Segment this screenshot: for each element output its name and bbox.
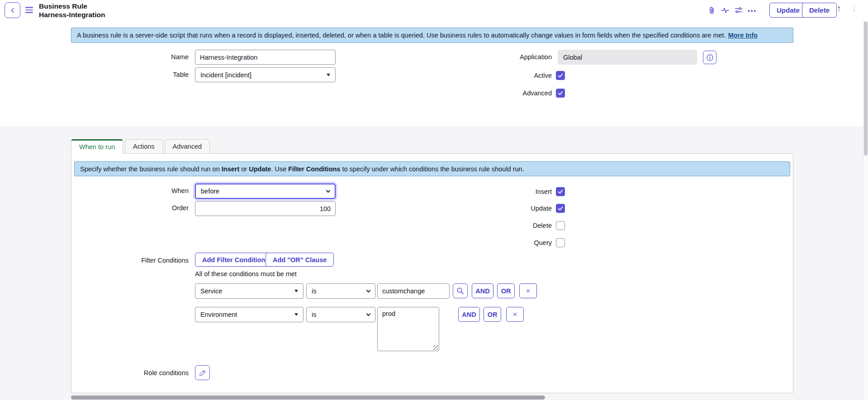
business-rule-info-banner: A business rule is a server-side script … xyxy=(71,28,793,43)
active-checkbox[interactable] xyxy=(556,71,565,80)
next-record-icon[interactable]: ↓ xyxy=(852,4,857,14)
form-tabs: When to run Actions Advanced xyxy=(71,139,212,154)
condition-field-select[interactable]: Environment xyxy=(195,307,304,322)
business-rule-form: Business Rule Harness-Integration ••• Up… xyxy=(0,0,868,400)
chevron-left-icon xyxy=(9,7,16,14)
table-select-value: Incident [incident] xyxy=(200,71,251,79)
advanced-checkbox[interactable] xyxy=(556,89,565,98)
advanced-label: Advanced xyxy=(434,89,552,97)
condition-row: Service is AND OR × xyxy=(0,283,868,299)
condition-value-input[interactable] xyxy=(377,283,450,299)
and-button[interactable]: AND xyxy=(472,283,493,298)
header-toolbar: ••• xyxy=(705,4,759,17)
attachment-icon[interactable] xyxy=(705,4,718,17)
condition-field-value: Environment xyxy=(200,311,237,318)
remove-condition-button[interactable]: × xyxy=(519,283,537,298)
insert-checkbox[interactable] xyxy=(556,187,565,196)
more-info-link[interactable]: More Info xyxy=(728,32,758,39)
info-icon xyxy=(706,54,714,61)
page-title: Business Rule Harness-Integration xyxy=(39,2,105,19)
filter-conditions-label: Filter Conditions xyxy=(71,257,189,264)
tab-actions[interactable]: Actions xyxy=(125,139,163,154)
active-label: Active xyxy=(434,72,552,79)
delete-button[interactable]: Delete xyxy=(802,3,837,18)
activity-stream-icon[interactable] xyxy=(718,4,732,17)
condition-field-select[interactable]: Service xyxy=(195,283,304,299)
dropdown-arrow-icon xyxy=(294,290,298,292)
chevron-down-icon xyxy=(366,288,371,292)
dropdown-arrow-icon xyxy=(327,74,330,76)
or-button[interactable]: OR xyxy=(484,307,501,322)
application-field: Global xyxy=(558,50,697,65)
vertical-scrollbar-thumb[interactable] xyxy=(864,16,868,155)
instruction-text: Specify whether the business rule should… xyxy=(80,165,524,173)
tab-when-to-run[interactable]: When to run xyxy=(71,139,123,154)
and-button[interactable]: AND xyxy=(458,307,480,322)
context-menu-icon[interactable] xyxy=(25,7,33,13)
query-label: Query xyxy=(434,239,552,246)
delete-label: Delete xyxy=(434,222,552,229)
condition-operator-select[interactable]: is xyxy=(306,307,375,322)
update-label: Update xyxy=(434,205,552,212)
insert-label: Insert xyxy=(434,188,552,195)
tab-advanced[interactable]: Advanced xyxy=(165,139,210,154)
table-select[interactable]: Incident [incident] xyxy=(195,67,336,82)
back-button[interactable] xyxy=(5,2,20,18)
table-label: Table xyxy=(71,71,189,78)
personalize-form-icon[interactable] xyxy=(732,4,745,17)
form-header: Business Rule Harness-Integration ••• Up… xyxy=(0,0,868,22)
remove-condition-button[interactable]: × xyxy=(506,307,524,322)
match-all-conditions-text: All of these conditions must be met xyxy=(195,270,297,278)
reference-lookup-button[interactable] xyxy=(453,283,468,298)
horizontal-scrollbar[interactable] xyxy=(71,395,545,400)
when-select-value: before xyxy=(201,188,219,195)
when-to-run-instruction-banner: Specify whether the business rule should… xyxy=(74,161,790,176)
more-options-icon[interactable]: ••• xyxy=(745,4,759,17)
condition-row: Environment is prod AND OR × xyxy=(0,307,868,361)
condition-operator-value: is xyxy=(312,311,316,318)
name-label: Name xyxy=(71,53,189,61)
name-input[interactable] xyxy=(195,50,336,65)
or-button[interactable]: OR xyxy=(497,283,515,298)
order-label: Order xyxy=(71,204,189,212)
resize-grip-icon[interactable] xyxy=(433,345,438,350)
search-icon xyxy=(456,287,464,295)
info-banner-text: A business rule is a server-side script … xyxy=(77,32,726,39)
role-conditions-label: Role conditions xyxy=(71,369,189,376)
add-filter-condition-button[interactable]: Add Filter Condition xyxy=(195,253,272,267)
previous-record-icon[interactable]: ↑ xyxy=(837,4,841,14)
when-label: When xyxy=(71,187,189,194)
condition-field-value: Service xyxy=(200,287,222,295)
add-or-clause-button[interactable]: Add "OR" Clause xyxy=(266,253,334,267)
when-select[interactable]: before xyxy=(195,184,336,199)
condition-operator-select[interactable]: is xyxy=(306,283,375,299)
delete-checkbox[interactable] xyxy=(556,221,565,230)
chevron-down-icon xyxy=(326,188,331,193)
edit-role-conditions-button[interactable] xyxy=(195,365,210,380)
chevron-down-icon xyxy=(366,311,371,316)
condition-operator-value: is xyxy=(312,287,316,295)
application-label: Application xyxy=(434,53,552,61)
query-checkbox[interactable] xyxy=(556,238,565,247)
update-checkbox[interactable] xyxy=(556,204,565,213)
record-type-title: Business Rule xyxy=(39,2,105,10)
condition-value-textarea[interactable]: prod xyxy=(377,307,439,351)
record-name-title: Harness-Integration xyxy=(39,10,105,19)
order-input[interactable] xyxy=(195,201,336,216)
dropdown-arrow-icon xyxy=(294,313,298,316)
update-button[interactable]: Update xyxy=(769,3,807,18)
pencil-icon xyxy=(199,369,206,376)
application-info-button[interactable] xyxy=(703,51,716,64)
